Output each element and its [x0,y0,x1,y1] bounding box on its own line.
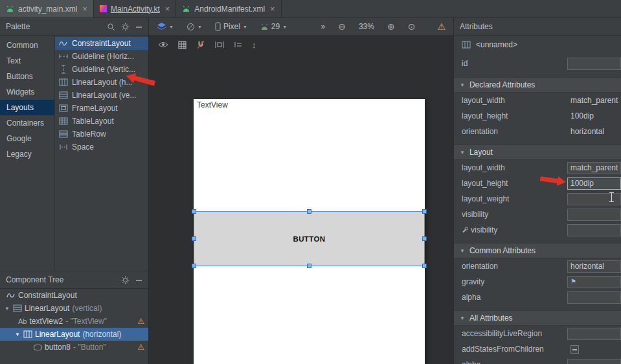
warning-indicator[interactable]: ⚠ [437,22,446,31]
attributes-panel: Attributes <unnamed> id ▼ Declared Attri… [453,18,621,364]
palette-category-widgets[interactable]: Widgets [0,84,54,100]
add-states-from-children-checkbox[interactable] [570,345,579,354]
selected-linearlayout[interactable]: BUTTON [194,211,425,266]
selection-handle[interactable] [192,264,196,268]
visibility-field[interactable] [567,209,621,221]
palette-category-legacy[interactable]: Legacy [0,146,54,162]
selection-handle[interactable] [422,236,427,241]
alpha-field[interactable] [567,359,621,364]
android-file-icon [6,5,14,12]
theme-button[interactable]: ▼ [186,23,202,31]
warning-icon: ⚠ [137,317,144,325]
layout-width-field[interactable]: match_parent [567,162,621,174]
minimize-icon[interactable] [135,277,142,284]
layout-height-field[interactable]: 100dip [567,177,621,190]
surface-toolbar: ↕ [149,36,453,54]
palette-category-buttons[interactable]: Buttons [0,69,54,84]
device-selector-button[interactable]: Pixel ▼ [215,22,247,31]
selection-handle[interactable] [422,209,427,214]
selection-handle[interactable] [192,209,196,214]
palette-category-containers[interactable]: Containers [0,115,54,131]
close-icon[interactable]: × [82,5,87,13]
section-common-attributes[interactable]: ▼ Common Attributes [454,243,621,258]
section-all-attributes[interactable]: ▼ All Attributes [454,310,621,326]
selection-handle[interactable] [422,264,427,268]
attr-value[interactable]: horizontal [567,127,604,136]
gear-icon[interactable] [121,23,130,31]
zoom-fit-button[interactable]: ⊙ [408,22,416,31]
guideline-vertical-icon [59,65,68,74]
tab-mainactivity-kt[interactable]: MainActivity.kt × [94,0,176,17]
selection-handle[interactable] [307,264,311,268]
component-tree-title: Component Tree [6,275,63,284]
clear-constraints-icon[interactable] [234,41,242,49]
attr-row: alpha [454,290,621,305]
tree-node-constraintlayout[interactable]: ConstraintLayout [0,289,148,302]
selection-handle[interactable] [192,236,196,241]
design-mode-button[interactable]: ▼ [157,22,174,31]
device-canvas[interactable]: TextView BUTTON [194,99,425,364]
collapse-arrow-icon: ▼ [460,82,465,88]
section-layout[interactable]: ▼ Layout [454,144,621,160]
tree-node-linearlayout-horizontal[interactable]: ▼ LinearLayout (horizontal) [0,328,148,341]
minimize-icon[interactable] [135,23,142,30]
accessibility-live-region-field[interactable] [567,328,621,340]
autoconnect-off-icon[interactable] [196,40,205,49]
collapse-arrow-icon[interactable]: ▼ [4,306,10,312]
alpha-field[interactable] [567,291,621,304]
chevron-down-icon: ▼ [282,25,287,29]
component-tree-header: Component Tree [0,271,148,289]
palette-category-text[interactable]: Text [0,53,54,69]
palette-item-linearlayout-vertical[interactable]: LinearLayout (ve... [55,89,148,102]
linearlayout-vertical-icon [59,91,68,100]
tools-visibility-field[interactable] [567,224,621,236]
tab-androidmanifest-xml[interactable]: AndroidManifest.xml × [176,0,281,17]
selection-handle[interactable] [307,209,311,214]
attr-value[interactable]: match_parent [567,96,618,105]
palette-category-layouts[interactable]: Layouts [0,100,54,115]
palette-item-tablelayout[interactable]: TableLayout [55,115,148,128]
palette-category-google[interactable]: Google [0,131,54,146]
tab-activity-main-xml[interactable]: activity_main.xml × [0,0,94,17]
zoom-out-button[interactable]: ⊖ [338,22,346,31]
overflow-chevrons-icon[interactable]: » [321,22,326,31]
expand-vertical-icon[interactable]: ↕ [252,41,256,49]
collapse-arrow-icon[interactable]: ▼ [14,332,21,337]
palette-item-guideline-horizontal[interactable]: Guideline (Horiz... [55,50,148,63]
tree-node-textview2[interactable]: Ab textView2 - "TextView" ⚠ [0,315,148,328]
button-icon [34,345,42,350]
palette-item-constraintlayout[interactable]: ConstraintLayout [55,37,148,50]
palette-item-tablerow[interactable]: TableRow [55,128,148,141]
api-selector-button[interactable]: 29 ▼ [260,22,287,31]
linearlayout-vertical-icon [13,304,22,313]
tab-label: MainActivity.kt [111,5,160,14]
orientation-field[interactable]: horizontal [567,260,621,273]
tablelayout-icon [59,117,68,126]
palette-item-space[interactable]: Space [55,141,148,154]
attr-row: accessibilityLiveRegion [454,326,621,341]
attr-row: orientation horizontal [454,258,621,274]
tree-node-linearlayout-vertical[interactable]: ▼ LinearLayout (vertical) [0,302,148,315]
gravity-field[interactable]: ⚑ [567,276,621,288]
default-margins-icon[interactable] [215,41,224,49]
textview-widget[interactable]: TextView [197,100,228,109]
palette-category-common[interactable]: Common [0,38,54,53]
id-field[interactable] [567,58,621,70]
palette-item-framelayout[interactable]: FrameLayout [55,102,148,115]
gear-icon[interactable] [121,276,130,284]
linearlayout-horizontal-icon [59,78,68,87]
close-icon[interactable]: × [270,5,275,13]
tree-node-button8[interactable]: button8 - "Button" ⚠ [0,341,148,354]
search-icon[interactable] [107,23,115,31]
section-declared-attributes[interactable]: ▼ Declared Attributes [454,77,621,93]
attr-value[interactable]: 100dip [567,111,594,120]
component-tree-panel: Component Tree ConstraintLayout ▼ Linear… [0,271,148,364]
view-options-icon[interactable] [158,41,168,49]
close-icon[interactable]: × [165,5,170,13]
design-surface[interactable]: ↕ TextView BUTTON [149,36,453,364]
button-widget[interactable]: BUTTON [293,235,325,243]
blueprint-toggle-icon[interactable] [178,41,186,49]
zoom-in-button[interactable]: ⊕ [387,22,395,31]
textview-icon: Ab [18,317,27,325]
theme-icon [186,23,195,31]
